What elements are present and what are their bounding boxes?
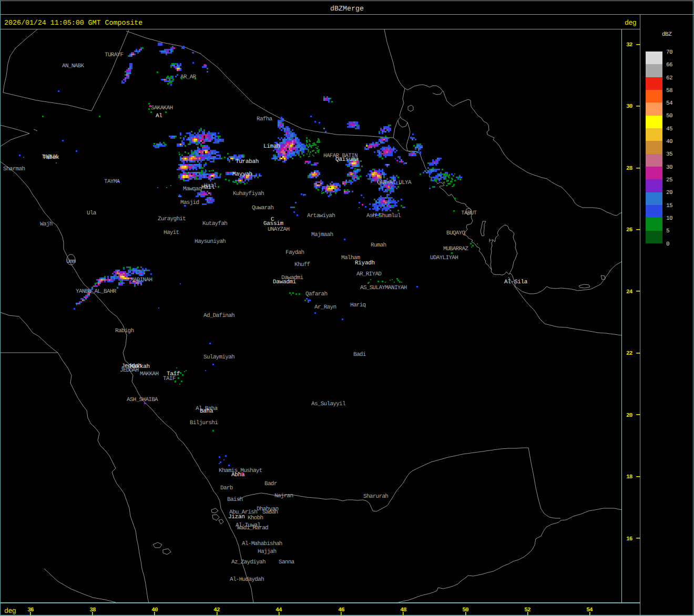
svg-text:20: 20 — [626, 413, 632, 419]
svg-text:Hail: Hail — [201, 184, 215, 191]
svg-text:24: 24 — [626, 289, 633, 295]
svg-text:30: 30 — [626, 104, 632, 110]
svg-text:10: 10 — [666, 215, 672, 222]
svg-text:0: 0 — [666, 241, 669, 248]
svg-text:15: 15 — [666, 203, 672, 209]
svg-text:As_Sulayyil: As_Sulayyil — [311, 401, 345, 407]
svg-text:UDAYLIYAH: UDAYLIYAH — [430, 255, 458, 261]
svg-text:Rumah: Rumah — [371, 242, 386, 249]
svg-text:5: 5 — [666, 228, 669, 234]
svg-text:Mawqaq: Mawqaq — [183, 186, 202, 192]
svg-text:Limah: Limah — [263, 143, 280, 150]
svg-text:Quwarah: Quwarah — [252, 205, 273, 211]
svg-text:Baish: Baish — [227, 497, 243, 503]
svg-text:Umm: Umm — [66, 259, 76, 265]
svg-text:54: 54 — [666, 100, 673, 107]
svg-text:Ula: Ula — [87, 210, 97, 217]
svg-text:66: 66 — [666, 62, 672, 68]
svg-text:Az_Zaydiyah: Az_Zaydiyah — [231, 559, 266, 566]
svg-text:Riyadh: Riyadh — [355, 260, 375, 266]
svg-text:58: 58 — [666, 88, 672, 94]
svg-text:Badr: Badr — [264, 481, 277, 487]
svg-text:Mayyah: Mayyah — [232, 171, 252, 178]
svg-text:18: 18 — [626, 474, 633, 480]
svg-text:35: 35 — [666, 151, 672, 158]
svg-text:Jizan: Jizan — [228, 514, 245, 520]
svg-text:Sadah: Sadah — [262, 509, 278, 516]
svg-text:ASH_SHAIBA: ASH_SHAIBA — [127, 397, 158, 403]
svg-text:Kutayfah: Kutayfah — [202, 221, 227, 227]
svg-text:28: 28 — [626, 166, 633, 172]
svg-text:20: 20 — [666, 190, 672, 196]
svg-text:Dawadmi: Dawadmi — [273, 279, 297, 285]
svg-text:C: C — [271, 217, 274, 223]
svg-text:Biljurshi: Biljurshi — [190, 420, 218, 426]
svg-text:Haysuniyah: Haysuniyah — [195, 239, 226, 245]
svg-text:MUBARRAZ: MUBARRAZ — [443, 246, 468, 252]
svg-text:BUQAYQ: BUQAYQ — [446, 230, 466, 237]
svg-text:Makkah: Makkah — [130, 364, 150, 370]
svg-text:50: 50 — [666, 113, 672, 119]
svg-text:62: 62 — [666, 75, 672, 81]
svg-text:Ash_Shumlul: Ash_Shumlul — [366, 213, 401, 219]
svg-text:Al-Hudaydah: Al-Hudaydah — [230, 577, 264, 583]
svg-text:22: 22 — [626, 351, 632, 357]
svg-text:Al-Sila: Al-Sila — [504, 279, 528, 285]
svg-text:Tabuk: Tabuk — [43, 155, 59, 161]
svg-text:Turabah: Turabah — [236, 159, 259, 165]
svg-text:Sharmah: Sharmah — [3, 166, 25, 172]
svg-text:Al: Al — [156, 113, 162, 119]
svg-text:32: 32 — [626, 42, 632, 48]
svg-text:40: 40 — [666, 139, 672, 145]
svg-text:2026/01/24 11:05:00 GMT Compos: 2026/01/24 11:05:00 GMT Composite — [4, 19, 142, 27]
svg-text:Darb: Darb — [220, 485, 233, 491]
svg-text:Rafha: Rafha — [257, 116, 273, 122]
svg-text:MAKKAH: MAKKAH — [140, 371, 159, 377]
svg-text:26: 26 — [626, 227, 632, 233]
svg-text:AN_NABK: AN_NABK — [62, 63, 84, 69]
svg-text:MADINAH: MADINAH — [130, 277, 152, 283]
svg-text:Masjid: Masjid — [180, 200, 199, 206]
svg-text:TURAYF: TURAYF — [105, 52, 124, 58]
svg-text:Sulaymiyah: Sulaymiyah — [203, 354, 234, 361]
svg-text:TAYMA: TAYMA — [104, 179, 120, 185]
svg-text:Rabigh: Rabigh — [115, 328, 134, 334]
svg-text:deg: deg — [625, 19, 636, 27]
svg-text:AR_AR: AR_AR — [180, 74, 197, 80]
svg-text:Faydah: Faydah — [285, 250, 304, 256]
svg-text:Qafarah: Qafarah — [305, 291, 327, 297]
svg-text:16: 16 — [626, 536, 632, 542]
svg-text:Majmaah: Majmaah — [311, 232, 333, 238]
svg-text:dBZ: dBZ — [662, 32, 672, 38]
svg-text:Ad_Dafinah: Ad_Dafinah — [203, 313, 234, 319]
svg-text:QARYAT_ULYA: QARYAT_ULYA — [377, 180, 412, 186]
svg-text:Badi: Badi — [353, 352, 366, 358]
svg-text:TARUT: TARUT — [461, 210, 477, 217]
svg-text:Al-Mahabishah: Al-Mahabishah — [242, 541, 282, 547]
svg-text:deg: deg — [4, 607, 16, 615]
svg-text:YANBU_AL_BAHR: YANBU_AL_BAHR — [76, 289, 117, 295]
svg-text:30: 30 — [666, 165, 672, 171]
svg-text:Sanna: Sanna — [279, 559, 295, 566]
svg-text:AS_SULAYMANIYAH: AS_SULAYMANIYAH — [360, 285, 407, 291]
svg-text:Hayit: Hayit — [164, 230, 179, 236]
svg-text:AR_RIYAD: AR_RIYAD — [356, 271, 382, 278]
svg-text:Hajjah: Hajjah — [258, 549, 277, 555]
svg-text:dBZMerge: dBZMerge — [330, 5, 364, 13]
svg-text:Khobh: Khobh — [248, 515, 263, 521]
svg-text:Taif: Taif — [167, 371, 180, 377]
svg-text:Kuhayfiyah: Kuhayfiyah — [233, 191, 264, 197]
svg-text:Qaisuma: Qaisuma — [335, 157, 359, 163]
svg-text:Najran: Najran — [274, 493, 293, 499]
svg-text:Khuff: Khuff — [294, 262, 310, 268]
svg-text:45: 45 — [666, 126, 672, 132]
svg-text:Sharurah: Sharurah — [363, 494, 388, 500]
svg-text:Hariq: Hariq — [350, 302, 366, 309]
svg-text:Wajh: Wajh — [40, 221, 53, 228]
svg-text:SAKAKAH: SAKAKAH — [151, 105, 172, 111]
svg-text:70: 70 — [666, 49, 672, 56]
svg-text:Ar_Rayn: Ar_Rayn — [314, 304, 336, 311]
svg-text:Wadi_Harad: Wadi_Harad — [237, 525, 268, 531]
svg-text:25: 25 — [666, 177, 672, 183]
svg-text:Artawiyah: Artawiyah — [307, 213, 335, 219]
